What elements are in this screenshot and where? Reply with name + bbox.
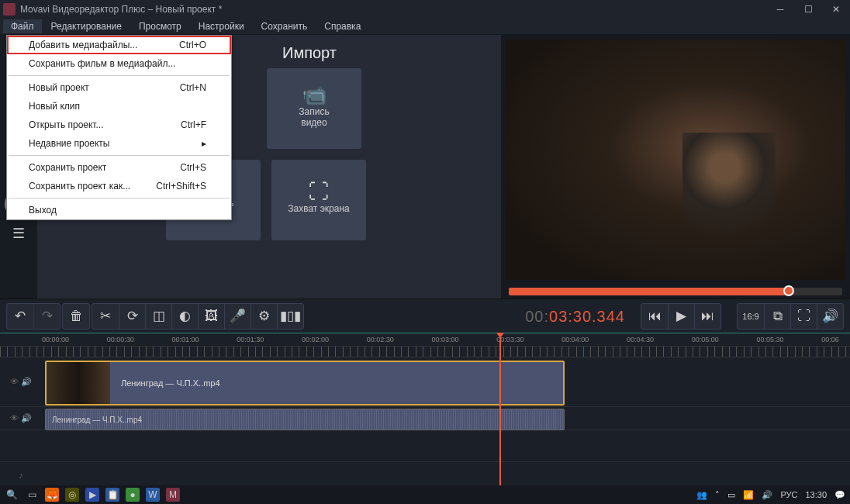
import-title: Импорт — [282, 44, 489, 62]
prev-button[interactable]: ⏮ — [641, 304, 668, 329]
close-button[interactable]: ✕ — [822, 0, 850, 19]
movavi-icon[interactable]: M — [166, 488, 180, 502]
windows-taskbar: 🔍 ▭ 🦊 ◎ ▶ 📋 ● W M 👥 ˄ ▭ 📶 🔊 РУС 13:30 💬 — [0, 485, 850, 504]
audio-clip[interactable]: Ленинград — Ч.П.Х..mp4 — [45, 409, 565, 430]
notifications-icon[interactable]: 💬 — [834, 490, 845, 500]
record-video-label: Запись видео — [299, 106, 329, 128]
firefox-icon[interactable]: 🦊 — [45, 488, 59, 502]
menu-item-новый-проект[interactable]: Новый проектCtrl+N — [7, 78, 231, 97]
maximize-button[interactable]: ☐ — [794, 0, 822, 19]
rotate-button[interactable]: ⟳ — [119, 304, 145, 329]
music-track-head[interactable]: ♪ — [0, 462, 42, 488]
people-icon[interactable]: 👥 — [696, 490, 707, 500]
redo-button[interactable]: ↷ — [33, 304, 60, 329]
playhead[interactable] — [499, 333, 501, 495]
app-icon-4[interactable]: 📋 — [105, 488, 119, 502]
app-icon-3[interactable]: ▶ — [85, 488, 99, 502]
camera-icon: 📹 — [302, 89, 327, 100]
preview-panel — [501, 35, 850, 299]
progress-bar[interactable] — [509, 288, 842, 295]
crop-button[interactable]: ◫ — [145, 304, 171, 329]
video-clip[interactable]: Ленинград — Ч.П.Х..mp4 — [45, 361, 565, 406]
menu-item-сохранить-фильм-в-медиафайл-[interactable]: Сохранить фильм в медиафайл... — [7, 54, 231, 73]
screen-capture-tile[interactable]: ⛶ Захват экрана — [271, 160, 366, 240]
video-clip-label: Ленинград — Ч.П.Х..mp4 — [121, 378, 220, 388]
audio-clip-label: Ленинград — Ч.П.Х..mp4 — [52, 416, 142, 424]
aspect-ratio[interactable]: 16:9 — [738, 304, 764, 329]
clip-thumbnail — [47, 362, 110, 404]
lang-indicator[interactable]: РУС — [780, 490, 797, 499]
app-icon-5[interactable]: ● — [126, 488, 140, 502]
volume-button[interactable]: 🔊 — [817, 304, 843, 329]
progress-knob[interactable] — [783, 285, 794, 296]
tray-up-icon[interactable]: ˄ — [715, 490, 720, 500]
mic-button[interactable]: 🎤 — [224, 304, 251, 329]
color-button[interactable]: ◐ — [171, 304, 198, 329]
timecode: 00:03:30.344 — [525, 307, 625, 326]
delete-button[interactable]: 🗑 — [63, 304, 89, 329]
undo-button[interactable]: ↶ — [7, 304, 33, 329]
sound-icon[interactable]: 🔊 — [762, 490, 772, 500]
list-icon[interactable]: ☰ — [5, 224, 33, 243]
play-button[interactable]: ▶ — [668, 304, 694, 329]
menu-view[interactable]: Просмотр — [131, 19, 189, 33]
timeline: 00:00:0000:00:3000:01:0000:01:3000:02:00… — [0, 333, 850, 495]
word-icon[interactable]: W — [146, 488, 160, 502]
record-video-tile[interactable]: 📹 Запись видео — [267, 68, 361, 149]
minimize-button[interactable]: ─ — [766, 0, 794, 19]
menu-item-открыть-проект-[interactable]: Открыть проект...Ctrl+F — [7, 116, 231, 134]
menu-item-сохранить-проект[interactable]: Сохранить проектCtrl+S — [7, 158, 231, 177]
popout-button[interactable]: ⧉ — [764, 304, 790, 329]
cut-button[interactable]: ✂ — [92, 304, 119, 329]
menu-save[interactable]: Сохранить — [254, 19, 316, 33]
menu-edit[interactable]: Редактирование — [43, 19, 130, 33]
equalizer-button[interactable]: ▮▯▮ — [277, 304, 303, 329]
search-icon[interactable]: 🔍 — [5, 488, 19, 502]
app-icon — [3, 3, 16, 16]
toolbar: ↶ ↷ 🗑 ✂ ⟳ ◫ ◐ 🖼 🎤 ⚙ ▮▯▮ 00:03:30.344 ⏮ ▶… — [0, 299, 850, 333]
clock[interactable]: 13:30 — [805, 490, 827, 499]
menu-item-недавние-проекты[interactable]: Недавние проекты▸ — [7, 134, 231, 153]
app-icon-2[interactable]: ◎ — [65, 488, 79, 502]
menu-item-добавить-медиафайлы-[interactable]: Добавить медиафайлы...Ctrl+O — [7, 36, 231, 54]
properties-button[interactable]: ⚙ — [251, 304, 277, 329]
menu-item-выход[interactable]: Выход — [7, 201, 231, 219]
timeline-ruler[interactable]: 00:00:0000:00:3000:01:0000:01:3000:02:00… — [0, 333, 850, 347]
fullscreen-button[interactable]: ⛶ — [790, 304, 817, 329]
next-button[interactable]: ⏭ — [694, 304, 720, 329]
image-button[interactable]: 🖼 — [198, 304, 224, 329]
menu-help[interactable]: Справка — [316, 19, 368, 33]
window-title: Movavi Видеоредактор Плюс – Новый проект… — [20, 4, 222, 15]
title-bar: Movavi Видеоредактор Плюс – Новый проект… — [0, 0, 850, 19]
menu-item-новый-клип[interactable]: Новый клип — [7, 97, 231, 116]
menu-bar: Файл Редактирование Просмотр Настройки С… — [0, 19, 850, 35]
audio-track-head[interactable]: 👁 🔊 — [0, 407, 42, 430]
video-track-head[interactable]: 👁 🔊 — [0, 357, 42, 406]
screen-capture-icon: ⛶ — [309, 186, 329, 197]
menu-item-сохранить-проект-как-[interactable]: Сохранить проект как...Ctrl+Shift+S — [7, 177, 231, 195]
timeline-ticks — [0, 347, 850, 357]
video-preview[interactable] — [506, 40, 845, 280]
screen-capture-label: Захват экрана — [288, 203, 349, 214]
menu-file[interactable]: Файл — [3, 19, 42, 33]
wifi-icon[interactable]: 📶 — [743, 490, 754, 500]
menu-settings[interactable]: Настройки — [191, 19, 252, 33]
file-menu-dropdown: Добавить медиафайлы...Ctrl+OСохранить фи… — [6, 35, 232, 220]
battery-icon[interactable]: ▭ — [727, 490, 735, 500]
taskview-icon[interactable]: ▭ — [25, 488, 39, 502]
